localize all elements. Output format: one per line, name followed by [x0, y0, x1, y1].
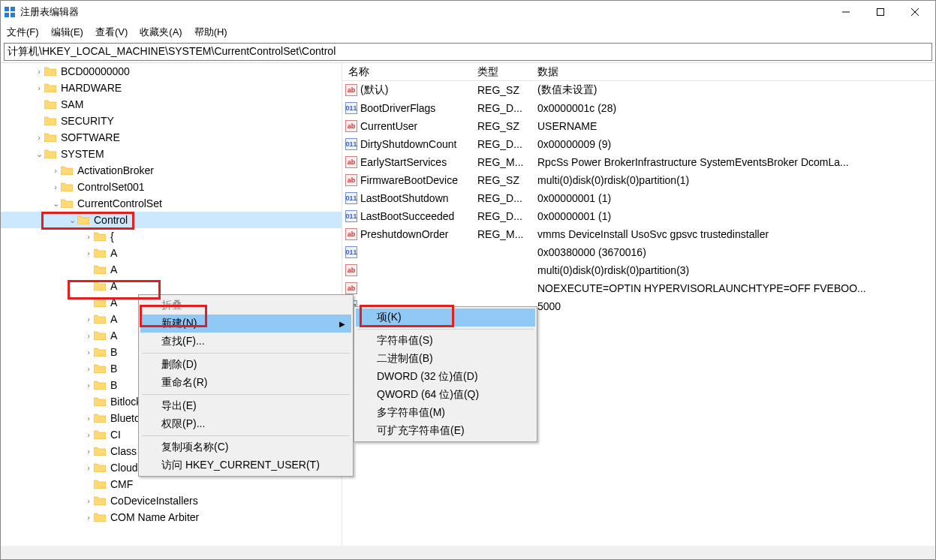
value-data: NOEXECUTE=OPTIN HYPERVISORLAUNCHTYPE=OFF… — [537, 282, 935, 294]
tree-item[interactable]: ›COM Name Arbiter — [1, 509, 342, 525]
ctx-find[interactable]: 查找(F)... — [140, 333, 351, 351]
value-type: REG_SZ — [477, 120, 537, 132]
subctx-key[interactable]: 项(K) — [356, 309, 535, 327]
detail-row[interactable]: 011DirtyShutdownCountREG_D...0x00000009 … — [342, 135, 935, 153]
close-button[interactable] — [898, 1, 932, 23]
detail-row[interactable]: abmulti(0)disk(0)rdisk(0)partition(3) — [342, 261, 935, 279]
folder-icon — [44, 66, 58, 77]
tree-item[interactable]: ⌄Control — [1, 212, 342, 228]
chevron-icon[interactable]: › — [50, 166, 61, 175]
chevron-icon[interactable]: › — [34, 83, 44, 92]
ctx-copyname[interactable]: 复制项名称(C) — [140, 438, 351, 456]
detail-row[interactable]: ab(默认)REG_SZ(数值未设置) — [342, 81, 935, 99]
ctx-new[interactable]: 新建(N)▶ — [140, 315, 351, 333]
col-data-header[interactable]: 数据 — [537, 65, 935, 79]
chevron-icon[interactable]: › — [83, 414, 94, 423]
maximize-button[interactable] — [863, 1, 898, 23]
chevron-icon[interactable]: › — [83, 513, 94, 522]
detail-row[interactable]: abPreshutdownOrderREG_M...vmms DeviceIns… — [342, 225, 935, 243]
detail-row[interactable]: abEarlyStartServicesREG_M...RpcSs Power … — [342, 153, 935, 171]
chevron-icon[interactable]: › — [83, 331, 94, 340]
tree-label: CoDeviceInstallers — [110, 495, 198, 507]
value-type: REG_D... — [477, 138, 537, 150]
folder-icon — [94, 429, 107, 440]
tree-item[interactable]: ›ControlSet001 — [1, 179, 342, 195]
ctx-export[interactable]: 导出(E) — [140, 397, 351, 415]
col-name-header[interactable]: 名称 — [342, 65, 477, 79]
menu-favorites[interactable]: 收藏夹(A) — [140, 26, 182, 39]
detail-row[interactable]: 011LastBootShutdownREG_D...0x00000001 (1… — [342, 189, 935, 207]
value-type: REG_M... — [477, 228, 537, 240]
folder-icon — [94, 495, 107, 506]
detail-row[interactable]: 011BootDriverFlagsREG_D...0x0000001c (28… — [342, 99, 935, 117]
chevron-icon[interactable]: › — [50, 182, 61, 191]
chevron-icon[interactable]: › — [34, 67, 44, 76]
subctx-dword[interactable]: DWORD (32 位)值(D) — [356, 368, 535, 386]
tree-item[interactable]: A — [1, 261, 342, 278]
chevron-icon[interactable]: ⌄ — [50, 199, 61, 209]
tree-item[interactable]: ›A — [1, 245, 342, 261]
subctx-qword[interactable]: QWORD (64 位)值(Q) — [356, 386, 535, 404]
menu-edit[interactable]: 编辑(E) — [51, 26, 83, 39]
folder-icon — [61, 182, 74, 192]
chevron-icon[interactable]: › — [83, 232, 94, 241]
tree-item[interactable]: ›{ — [1, 228, 342, 245]
folder-icon — [94, 363, 107, 374]
tree-item[interactable]: ›BCD00000000 — [1, 63, 342, 80]
chevron-icon[interactable]: ⌄ — [34, 149, 44, 159]
tree-item[interactable]: CMF — [1, 476, 342, 492]
folder-icon — [94, 347, 107, 357]
ctx-permissions[interactable]: 权限(P)... — [140, 415, 351, 433]
app-icon — [4, 6, 16, 18]
tree-item[interactable]: A — [1, 278, 342, 294]
minimize-button[interactable] — [829, 1, 863, 23]
ctx-rename[interactable]: 重命名(R) — [140, 374, 351, 392]
subctx-string[interactable]: 字符串值(S) — [356, 332, 535, 350]
svg-rect-5 — [877, 9, 884, 16]
detail-row[interactable]: ab NOEXECUTE=OPTIN HYPERVISORLAUNCHTYPE=… — [342, 279, 935, 297]
folder-icon — [94, 462, 107, 473]
chevron-icon[interactable]: › — [83, 447, 94, 456]
address-bar[interactable]: 计算机\HKEY_LOCAL_MACHINE\SYSTEM\CurrentCon… — [4, 43, 932, 61]
ctx-delete[interactable]: 删除(D) — [140, 356, 351, 374]
value-name: CurrentUser — [360, 120, 417, 132]
chevron-icon[interactable]: › — [83, 248, 94, 257]
tree-item[interactable]: ⌄CurrentControlSet — [1, 195, 342, 212]
tree-label: A — [110, 247, 117, 259]
chevron-icon[interactable]: › — [83, 364, 94, 373]
value-name: LastBootShutdown — [360, 192, 449, 204]
detail-row[interactable]: abFirmwareBootDeviceREG_SZmulti(0)disk(0… — [342, 171, 935, 189]
tree-item[interactable]: ›HARDWARE — [1, 80, 342, 96]
window-controls — [829, 1, 932, 23]
chevron-icon[interactable]: › — [83, 315, 94, 324]
detail-row[interactable]: 0110x00380000 (3670016) — [342, 243, 935, 261]
folder-icon — [44, 132, 58, 143]
ctx-collapse[interactable]: 折叠 — [140, 297, 351, 315]
chevron-icon[interactable]: › — [83, 348, 94, 357]
tree-label: ControlSet001 — [77, 181, 145, 193]
subctx-binary[interactable]: 二进制值(B) — [356, 350, 535, 368]
tree-item[interactable]: ›CoDeviceInstallers — [1, 492, 342, 509]
tree-item[interactable]: ›ActivationBroker — [1, 162, 342, 179]
subctx-multi[interactable]: 多字符串值(M) — [356, 404, 535, 422]
col-type-header[interactable]: 类型 — [477, 65, 537, 79]
chevron-icon[interactable]: › — [83, 381, 94, 390]
tree-item[interactable]: ⌄SYSTEM — [1, 146, 342, 162]
folder-icon — [94, 512, 107, 522]
tree-item[interactable]: ›SOFTWARE — [1, 129, 342, 146]
chevron-icon[interactable]: ⌄ — [67, 215, 77, 225]
tree-item[interactable]: SAM — [1, 96, 342, 113]
chevron-icon[interactable]: › — [83, 430, 94, 439]
tree-item[interactable]: SECURITY — [1, 113, 342, 129]
detail-row[interactable]: abCurrentUserREG_SZUSERNAME — [342, 117, 935, 135]
chevron-icon[interactable]: › — [83, 496, 94, 505]
menu-file[interactable]: 文件(F) — [7, 26, 39, 39]
subctx-expand[interactable]: 可扩充字符串值(E) — [356, 422, 535, 440]
menu-view[interactable]: 查看(V) — [95, 26, 128, 39]
menu-help[interactable]: 帮助(H) — [194, 26, 227, 39]
chevron-icon[interactable]: › — [83, 463, 94, 472]
detail-row[interactable]: 011LastBootSucceededREG_D...0x00000001 (… — [342, 207, 935, 225]
ctx-goto[interactable]: 访问 HKEY_CURRENT_USER(T) — [140, 456, 351, 474]
chevron-icon[interactable]: › — [34, 133, 44, 142]
binary-value-icon: 011 — [345, 138, 357, 150]
